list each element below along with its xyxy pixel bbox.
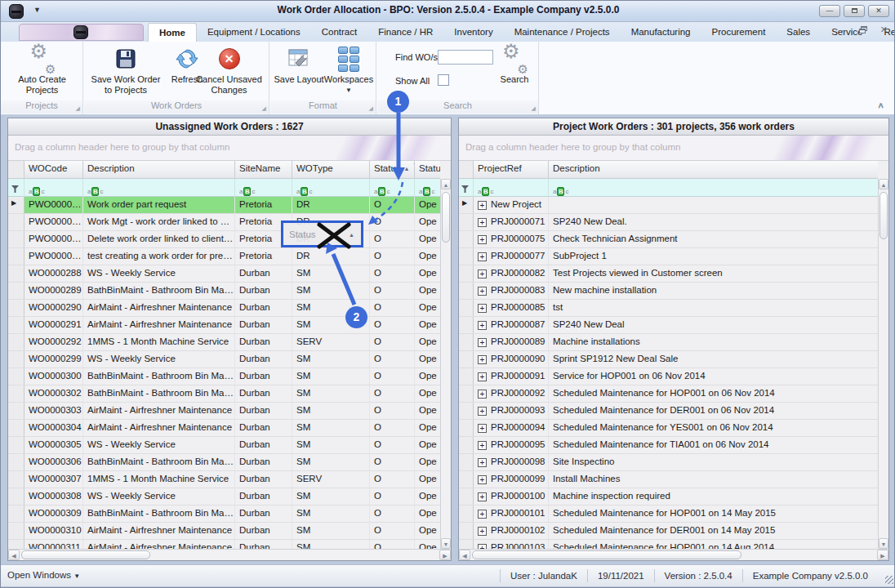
expand-plus-icon[interactable]: + bbox=[478, 492, 487, 501]
left-group-by-box[interactable]: Drag a column header here to group by th… bbox=[8, 136, 451, 161]
left-vertical-scrollbar[interactable]: ▲ ▼ bbox=[440, 179, 451, 549]
scroll-left-arrow[interactable]: ◀ bbox=[8, 550, 20, 560]
inner-restore-button[interactable] bbox=[859, 26, 867, 33]
table-row[interactable]: WO0000310AirMaint - Airfreshner Maintena… bbox=[8, 523, 440, 540]
tab-procurement[interactable]: Procurement bbox=[701, 23, 777, 42]
minimize-button[interactable]: — bbox=[819, 5, 840, 17]
scroll-down-arrow[interactable]: ▼ bbox=[441, 538, 451, 549]
tab-manufacturing[interactable]: Manufacturing bbox=[621, 23, 701, 42]
save-layout-button[interactable]: Save Layout bbox=[272, 45, 326, 85]
dialog-launcher-icon[interactable]: ◢ bbox=[262, 105, 266, 112]
table-row[interactable]: WO0000299WS - Weekly ServiceDurbanSMOOpe bbox=[8, 351, 440, 368]
expand-plus-icon[interactable]: + bbox=[478, 235, 487, 244]
table-row[interactable]: +PRJ0000083New machine installation bbox=[459, 283, 878, 300]
left-horizontal-scrollbar[interactable]: ◀ ▶ bbox=[8, 549, 451, 560]
table-row[interactable]: +PRJ0000089Machine installations bbox=[459, 334, 878, 351]
table-row[interactable]: PWO0000058Delete work order linked to cl… bbox=[8, 231, 440, 248]
scroll-up-arrow[interactable]: ▲ bbox=[441, 179, 451, 189]
tab-sales[interactable]: Sales bbox=[776, 23, 821, 42]
table-row[interactable]: PWO0000061test creating a work order for… bbox=[8, 248, 440, 265]
table-row[interactable]: WO0000305WS - Weekly ServiceDurbanSMOOpe bbox=[8, 437, 440, 454]
table-row[interactable]: +PRJ0000100Machine inspection required bbox=[459, 488, 878, 506]
inner-close-button[interactable]: ✕ bbox=[880, 24, 888, 35]
cancel-unsaved-changes-button[interactable]: ✕ Cancel Unsaved Changes bbox=[190, 45, 268, 96]
column-header-projectref[interactable]: ProjectRef bbox=[474, 161, 549, 179]
tab-inventory[interactable]: Inventory bbox=[443, 23, 503, 42]
tab-maintenance-projects[interactable]: Maintenance / Projects bbox=[504, 23, 621, 42]
expand-plus-icon[interactable]: + bbox=[478, 252, 487, 261]
filter-cell[interactable]: aBc bbox=[292, 179, 370, 197]
right-group-by-box[interactable]: Drag a column header here to group by th… bbox=[459, 136, 888, 161]
expand-plus-icon[interactable]: + bbox=[478, 441, 487, 450]
table-row[interactable]: PWO0000053Work Mgt - work order linked t… bbox=[8, 214, 440, 231]
scroll-up-arrow[interactable]: ▲ bbox=[879, 179, 888, 189]
table-row[interactable]: WO00002921MMS - 1 Month Machine ServiceD… bbox=[8, 334, 440, 351]
scroll-down-arrow[interactable]: ▼ bbox=[879, 538, 888, 549]
table-row[interactable]: +PRJ0000090Sprint SP1912 New Deal Sale bbox=[459, 351, 878, 368]
expand-plus-icon[interactable]: + bbox=[478, 355, 487, 364]
column-header-status[interactable]: Status▲ bbox=[370, 161, 415, 179]
table-row[interactable]: WO0000289BathBinMaint - Bathroom Bin Mai… bbox=[8, 283, 440, 300]
filter-cell[interactable]: aBc bbox=[370, 179, 415, 197]
table-row[interactable]: +PRJ0000098Site Inspectino bbox=[459, 454, 878, 471]
dialog-launcher-icon[interactable]: ◢ bbox=[369, 105, 373, 112]
table-row[interactable]: +PRJ0000077SubProject 1 bbox=[459, 248, 878, 265]
expand-plus-icon[interactable]: + bbox=[478, 510, 487, 519]
tab-equipment-locations[interactable]: Equipment / Locations bbox=[197, 23, 311, 42]
filter-cell[interactable]: aBc bbox=[549, 179, 878, 197]
expand-plus-icon[interactable]: + bbox=[478, 270, 487, 278]
tab-home[interactable]: Home bbox=[148, 23, 197, 42]
expand-plus-icon[interactable]: + bbox=[478, 458, 487, 467]
scroll-left-arrow[interactable]: ◀ bbox=[459, 550, 470, 560]
scrollbar-thumb[interactable] bbox=[879, 192, 888, 239]
show-all-checkbox[interactable] bbox=[438, 74, 449, 86]
column-header-sitename[interactable]: SiteName bbox=[235, 161, 292, 179]
table-row[interactable]: +PRJ0000087SP240 New Deal bbox=[459, 317, 878, 334]
close-button[interactable]: ✕ bbox=[868, 5, 889, 17]
filter-cell[interactable]: aBc bbox=[474, 179, 549, 197]
scrollbar-thumb[interactable] bbox=[21, 550, 150, 559]
table-row[interactable]: WO0000291AirMaint - Airfreshner Maintena… bbox=[8, 317, 440, 334]
resize-grip[interactable] bbox=[885, 576, 893, 584]
table-row[interactable]: +PRJ0000102Scheduled Maintenance for DER… bbox=[459, 523, 878, 540]
table-row[interactable]: +PRJ0000103Scheduled Maintenance for HOP… bbox=[459, 540, 878, 549]
tab-contract[interactable]: Contract bbox=[311, 23, 367, 42]
table-row[interactable]: +PRJ0000092Scheduled Maintenance for HOP… bbox=[459, 385, 878, 403]
expand-plus-icon[interactable]: + bbox=[478, 372, 487, 381]
expand-plus-icon[interactable]: + bbox=[478, 201, 487, 210]
table-row[interactable]: WO0000311AirMaint - Airfreshner Maintena… bbox=[8, 540, 440, 549]
table-row[interactable]: WO0000303AirMaint - Airfreshner Maintena… bbox=[8, 403, 440, 420]
expand-plus-icon[interactable]: + bbox=[478, 424, 487, 433]
find-wos-input[interactable] bbox=[438, 50, 493, 65]
table-row[interactable]: WO0000308WS - Weekly ServiceDurbanSMOOpe bbox=[8, 488, 440, 506]
right-vertical-scrollbar[interactable]: ▲ ▼ bbox=[878, 179, 888, 549]
expand-plus-icon[interactable]: + bbox=[478, 218, 487, 227]
table-row[interactable]: +PRJ0000071SP240 New Deal. bbox=[459, 214, 878, 231]
expand-plus-icon[interactable]: + bbox=[478, 475, 487, 484]
dialog-launcher-icon[interactable]: ◢ bbox=[76, 105, 80, 112]
open-windows-button[interactable]: Open Windows ▼ bbox=[7, 570, 80, 580]
inner-minimize-button[interactable]: — bbox=[839, 26, 846, 34]
application-menu-button[interactable] bbox=[19, 24, 144, 41]
auto-create-projects-button[interactable]: ⚙⚙ Auto Create Projects bbox=[7, 45, 77, 96]
table-row[interactable]: +PRJ0000093Scheduled Maintenance for DER… bbox=[459, 403, 878, 420]
scroll-right-arrow[interactable]: ▶ bbox=[439, 550, 451, 560]
column-header-wotype[interactable]: WOType bbox=[292, 161, 370, 179]
table-row[interactable]: ▶+New Project bbox=[459, 197, 878, 214]
scrollbar-thumb[interactable] bbox=[442, 192, 450, 243]
column-header-description[interactable]: Description bbox=[549, 161, 878, 179]
table-row[interactable]: +PRJ0000091Service for HOP001 on 06 Nov … bbox=[459, 368, 878, 385]
table-row[interactable]: +PRJ0000095Scheduled Maintenance for TIA… bbox=[459, 437, 878, 454]
table-row[interactable]: +PRJ0000101Scheduled Maintenance for HOP… bbox=[459, 506, 878, 523]
ribbon-collapse-chevron-icon[interactable]: ∧ bbox=[877, 100, 884, 109]
column-header-statusdesc[interactable]: StatusD bbox=[415, 161, 440, 179]
table-row[interactable]: WO0000309BathBinMaint - Bathroom Bin Mai… bbox=[8, 506, 440, 523]
right-horizontal-scrollbar[interactable]: ◀ ▶ bbox=[459, 549, 888, 560]
column-header-description[interactable]: Description bbox=[83, 161, 235, 179]
table-row[interactable]: WO00003071MMS - 1 Month Machine ServiceD… bbox=[8, 471, 440, 488]
maximize-button[interactable] bbox=[844, 5, 865, 17]
column-header-wocode[interactable]: WOCode bbox=[24, 161, 83, 179]
expand-plus-icon[interactable]: + bbox=[478, 527, 487, 536]
table-row[interactable]: WO0000288WS - Weekly ServiceDurbanSMOOpe bbox=[8, 265, 440, 283]
save-work-order-button[interactable]: Save Work Order to Projects bbox=[87, 45, 165, 96]
